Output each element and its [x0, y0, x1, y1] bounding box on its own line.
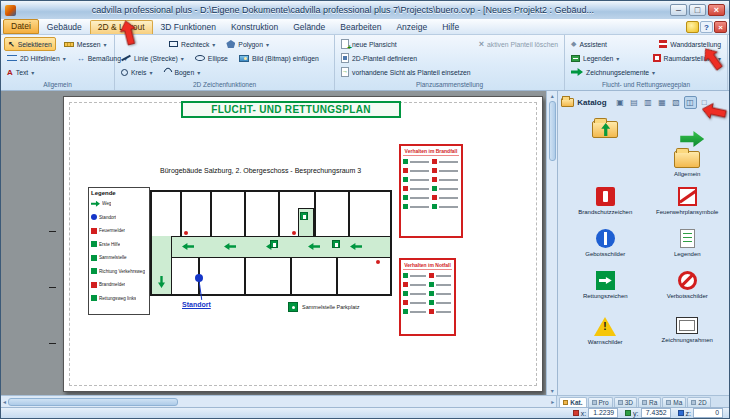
panel-tab-ma[interactable]: Ma: [662, 397, 686, 407]
fold-mark: [49, 287, 56, 288]
folder-up-button[interactable]: [566, 121, 644, 138]
close-document-icon[interactable]: ×: [714, 21, 727, 33]
scroll-right-icon[interactable]: ▸: [551, 398, 554, 405]
details-view-icon[interactable]: [670, 96, 683, 109]
maximize-button[interactable]: □: [689, 4, 706, 16]
exit-sign: [332, 240, 340, 248]
planteil-loeschen-button[interactable]: aktiven Planteil löschen: [476, 37, 561, 51]
dimension-icon: [77, 54, 85, 63]
vertical-scrollbar[interactable]: ▴ ▾: [546, 91, 557, 395]
kreis-button[interactable]: Kreis: [118, 65, 156, 79]
legend-row: Erste Hilfe: [91, 238, 147, 252]
assistent-button[interactable]: Assistent: [568, 37, 610, 51]
tab-datei[interactable]: Datei: [3, 19, 39, 34]
notfall-title: Verhalten im Notfall: [403, 262, 452, 270]
text-icon: [7, 68, 13, 77]
chevron-down-icon: [63, 55, 66, 62]
panel-tab-ra[interactable]: Ra: [638, 397, 661, 407]
legend-row: Weg: [91, 197, 147, 211]
window-title: cadvilla professional plus - D:\Eigene D…: [20, 5, 666, 15]
horizontal-scrollbar[interactable]: ◂ ▸: [1, 396, 557, 407]
bogen-button[interactable]: Bogen: [161, 65, 204, 79]
tab-3d-funktionen[interactable]: 3D Funktionen: [154, 21, 223, 34]
group-label-zeichenfunktionen: 2D Zeichenfunktionen: [118, 80, 331, 90]
tab-hilfe[interactable]: Hilfe: [435, 21, 466, 34]
messen-button[interactable]: Messen: [61, 37, 110, 51]
bild-einfuegen-button[interactable]: Bild (Bitmap) einfügen: [236, 51, 322, 65]
catalog-panel: Katalog Allgemein: [557, 91, 729, 395]
tab-anzeige[interactable]: Anzeige: [389, 21, 434, 34]
tab-konstruktion[interactable]: Konstruktion: [224, 21, 285, 34]
catalog-item-brandschutzzeichen[interactable]: Brandschutzzeichen: [566, 187, 644, 215]
pictogram-icon: [403, 168, 408, 173]
catalog-item-allgemein[interactable]: Allgemein: [648, 151, 726, 177]
pictogram-icon: [429, 309, 434, 314]
tip-icon[interactable]: [686, 21, 699, 33]
folder-icon: [674, 151, 700, 168]
scrollbar-thumb[interactable]: [549, 101, 556, 161]
pictogram-icon: [429, 282, 434, 287]
catalog-item-legenden[interactable]: Legenden: [648, 229, 726, 257]
plan-sheet[interactable]: FLUCHT- UND RETTUNGSPLAN Bürogebäude Sal…: [63, 96, 543, 392]
legend-row: Standort: [91, 211, 147, 225]
ribbon-group-fluchtplan: Assistent Wanddarstellung Legenden Raumd…: [565, 35, 728, 90]
scrollbar-thumb[interactable]: [8, 398, 178, 406]
pictogram-icon: [403, 273, 408, 278]
folder-up-icon[interactable]: [628, 96, 641, 109]
ribbon-group-allgemein: Selektieren Messen 2D Hilfslinien Bemaßu…: [1, 35, 115, 90]
hilfslinien-2d-button[interactable]: 2D Hilfslinien: [4, 51, 69, 65]
catalog-item-gebotsschilder[interactable]: Gebotsschilder: [566, 229, 644, 257]
neue-plansicht-button[interactable]: neue Plansicht: [338, 37, 400, 51]
pictogram-icon: [432, 159, 437, 164]
text-line: [439, 206, 458, 208]
help-icon[interactable]: ?: [700, 21, 713, 33]
catalog-item-zeichnungsrahmen[interactable]: Zeichnungsrahmen: [648, 317, 726, 343]
text-button[interactable]: Text: [4, 65, 37, 79]
rescue-sign-icon: [596, 271, 615, 290]
list-view-icon[interactable]: [656, 96, 669, 109]
catalog-item-warnschilder[interactable]: Warnschilder: [566, 317, 644, 345]
selektieren-button[interactable]: Selektieren: [4, 37, 56, 51]
catalog-item-feuerwehrplansymbole[interactable]: Feuerwehrplansymbole: [648, 187, 726, 215]
text-line: [436, 293, 452, 295]
drawing-canvas[interactable]: FLUCHT- UND RETTUNGSPLAN Bürogebäude Sal…: [1, 91, 546, 395]
panel-tab-2d[interactable]: 2D: [687, 397, 710, 407]
pictogram-icon: [403, 159, 408, 164]
scroll-down-icon[interactable]: ▾: [551, 387, 554, 394]
guidelines-icon: [7, 55, 17, 61]
fire-protection-sign-icon: [596, 187, 615, 206]
new-catalog-icon[interactable]: [614, 96, 627, 109]
tab-bearbeiten[interactable]: Bearbeiten: [333, 21, 388, 34]
scroll-left-icon[interactable]: ◂: [3, 398, 6, 405]
zeichnungselemente-button[interactable]: Zeichnungselemente: [568, 65, 658, 79]
panel-tab-projekt[interactable]: Pro: [588, 397, 613, 407]
catalog-panel-view-icon[interactable]: [684, 96, 697, 109]
instruction-row: [403, 280, 452, 289]
catalog-item-rettungszeichen[interactable]: Rettungszeichen: [566, 271, 644, 299]
close-button[interactable]: ×: [708, 4, 725, 16]
ellipse-button[interactable]: Ellipse: [192, 51, 231, 65]
sammelstelle-label: Sammelstelle Parkplatz: [302, 304, 359, 310]
panel-tab-3d[interactable]: 3D: [614, 397, 637, 407]
planteil-definieren-button[interactable]: 2D-Planteil definieren: [338, 51, 420, 65]
pictogram-icon: [429, 300, 434, 305]
rechteck-button[interactable]: Rechteck: [166, 37, 218, 51]
sicht-einsetzen-button[interactable]: vorhandene Sicht als Planteil einsetzen: [338, 65, 474, 79]
ellipse-icon: [195, 55, 205, 61]
wall: [314, 192, 316, 236]
panel-tab-katalog[interactable]: Kat.: [559, 397, 586, 407]
polygon-button[interactable]: Polygon: [223, 37, 272, 51]
catalog-item-verbotsschilder[interactable]: Verbotsschilder: [648, 271, 726, 299]
panel-icon: [666, 400, 671, 405]
legenden-button[interactable]: Legenden: [568, 51, 622, 65]
linie-button[interactable]: Linie (Strecke): [118, 51, 187, 65]
titlebar: cadvilla professional plus - D:\Eigene D…: [1, 1, 729, 19]
large-icons-view-icon[interactable]: [642, 96, 655, 109]
new-sheet-icon: [341, 39, 349, 49]
instruction-row: [403, 175, 459, 184]
tab-gebaeude[interactable]: Gebäude: [40, 21, 89, 34]
scroll-up-icon[interactable]: ▴: [551, 92, 554, 99]
define-part-icon: [341, 53, 349, 63]
tab-gelaende[interactable]: Gelände: [286, 21, 332, 34]
minimize-button[interactable]: –: [670, 4, 687, 16]
